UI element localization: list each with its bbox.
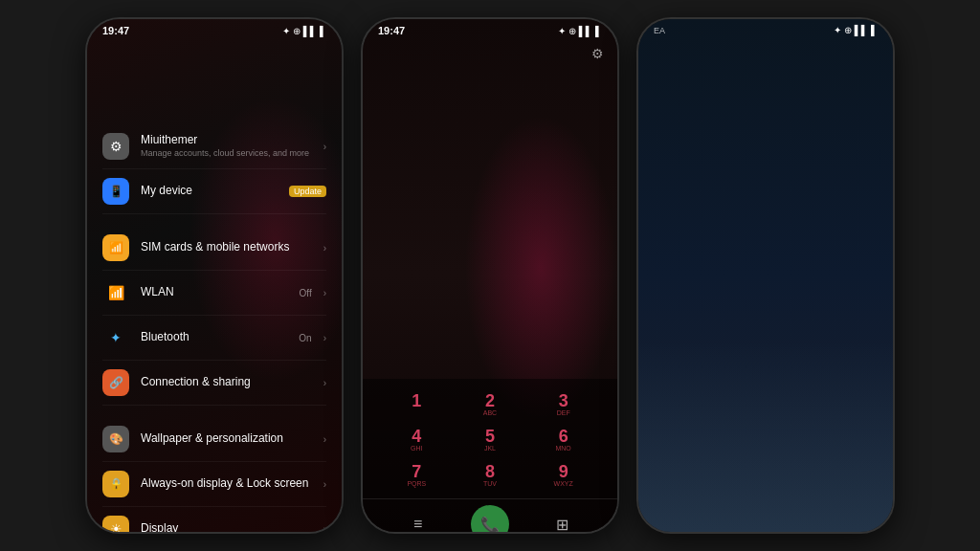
chevron-icon-5: › [323, 378, 326, 388]
display-icon: ☀ [102, 516, 129, 532]
status-icons-2: ✦ ⊕ ▌▌ ▌ [558, 26, 602, 36]
connection-label: Connection & sharing [141, 375, 312, 390]
alwayson-icon: 🔒 [102, 471, 129, 497]
sim-label: SIM cards & mobile networks [141, 240, 312, 255]
update-badge: Update [289, 186, 326, 197]
dial-key-9[interactable]: 9WXYZ [528, 459, 598, 491]
mydevice-label: My device [141, 184, 278, 199]
phone-settings: 19:47 ✦ ⊕ ▌▌ ▌ Settings 🔍 Search setting… [85, 17, 344, 534]
status-icons-3: ✦ ⊕ ▌▌ ▌ [834, 25, 878, 35]
wlan-value: Off [300, 288, 312, 298]
phone-recents: 19:47 ✦ ⊕ ▌▌ ▌ ⚙ Recents Contacts Carrie… [361, 17, 619, 534]
chevron-icon-2: › [323, 243, 326, 253]
sim-icon: 📶 [102, 234, 129, 261]
status-bar-2: 19:47 ✦ ⊕ ▌▌ ▌ [363, 19, 617, 40]
chevron-icon-3: › [323, 288, 326, 298]
bluetooth-label: Bluetooth [141, 330, 287, 345]
settings-item-alwayson[interactable]: 🔒 Always-on display & Lock screen › [102, 462, 326, 507]
cc-bg [638, 19, 893, 532]
settings-item-miuithemer[interactable]: ⚙ Miuithemer Manage accounts, cloud serv… [102, 124, 326, 169]
status-time-2: 19:47 [378, 25, 405, 36]
signal-icon-2: ⊕ [568, 26, 576, 36]
settings-item-wallpaper[interactable]: 🎨 Wallpaper & personalization › [102, 417, 326, 462]
phone-settings-icon[interactable]: ⚙ [591, 46, 604, 61]
mydevice-icon: 📱 [102, 178, 129, 205]
bt-icon-3: ✦ [834, 25, 841, 35]
settings-item-sim[interactable]: 📶 SIM cards & mobile networks › [102, 226, 326, 271]
cc-screen: EA ✦ ⊕ ▌▌ ▌ 19:47 Sunday, November 20 🔔 … [638, 19, 893, 532]
miuithemer-icon: ⚙ [102, 133, 129, 160]
miuithemer-label: Miuithemer Manage accounts, cloud servic… [141, 133, 312, 159]
wallpaper-icon: 🎨 [102, 426, 129, 452]
wlan-label: WLAN [141, 285, 288, 300]
bt-icon-2: ✦ [558, 26, 566, 36]
recents-screen: 19:47 ✦ ⊕ ▌▌ ▌ ⚙ Recents Contacts Carrie… [363, 19, 617, 532]
phone-nav: ≡ 📞 ⊞ [363, 498, 617, 532]
display-label: Display [141, 521, 312, 532]
chevron-icon-6: › [323, 434, 326, 445]
dial-key-3[interactable]: 3DEF [528, 388, 598, 420]
wallpaper-label: Wallpaper & personalization [141, 431, 312, 447]
wifi-icon-status: ▌▌ [303, 26, 317, 36]
wlan-icon: 📶 [102, 279, 129, 306]
status-bar-1: 19:47 ✦ ⊕ ▌▌ ▌ [87, 19, 342, 40]
battery-icon-2: ▌ [595, 26, 602, 36]
settings-screen: 19:47 ✦ ⊕ ▌▌ ▌ Settings 🔍 Search setting… [87, 19, 342, 532]
dial-key-1[interactable]: 1 [382, 388, 452, 420]
signal-icon-3: ⊕ [844, 25, 852, 35]
connection-icon: 🔗 [102, 369, 129, 396]
battery-icon-1: ▌ [320, 26, 326, 36]
dialpad-grid: 1 2ABC 3DEF 4GHI 5JKL 6MNO 7PQRS 8TUV 9W… [363, 379, 617, 498]
bluetooth-icon-settings: ✦ [102, 324, 129, 351]
settings-item-connection[interactable]: 🔗 Connection & sharing › [102, 361, 326, 406]
dial-key-7[interactable]: 7PQRS [382, 459, 452, 491]
status-bar-3: EA ✦ ⊕ ▌▌ ▌ [638, 19, 893, 39]
dialpad-grid-btn[interactable]: ⊞ [543, 505, 581, 532]
settings-item-display[interactable]: ☀ Display › [102, 507, 326, 532]
dial-key-5[interactable]: 5JKL [456, 424, 525, 455]
chevron-icon-7: › [323, 479, 326, 490]
settings-item-bluetooth[interactable]: ✦ Bluetooth On › [102, 316, 326, 361]
call-button[interactable]: 📞 [471, 505, 509, 532]
bluetooth-status-icon: ✦ [282, 26, 290, 36]
dialpad-area: 1 2ABC 3DEF 4GHI 5JKL 6MNO 7PQRS 8TUV 9W… [363, 379, 617, 532]
chevron-icon-0: › [323, 142, 326, 152]
settings-item-wlan[interactable]: 📶 WLAN Off › [102, 271, 326, 316]
dialpad-menu-btn[interactable]: ≡ [399, 505, 437, 532]
bluetooth-value: On [299, 333, 311, 343]
signal-icon: ⊕ [293, 26, 301, 36]
dial-key-4[interactable]: 4GHI [382, 424, 452, 455]
wifi-icon-3: ▌▌ [855, 25, 868, 35]
wifi-icon-2: ▌▌ [579, 26, 592, 36]
status-time-1: 19:47 [102, 25, 129, 36]
settings-list: ⚙ Miuithemer Manage accounts, cloud serv… [87, 124, 342, 532]
dial-key-6[interactable]: 6MNO [528, 424, 598, 455]
phone-control-center: EA ✦ ⊕ ▌▌ ▌ 19:47 Sunday, November 20 🔔 … [636, 17, 895, 534]
status-ea: EA [654, 26, 665, 35]
settings-item-mydevice[interactable]: 📱 My device Update [102, 169, 326, 214]
dial-key-2[interactable]: 2ABC [456, 388, 525, 420]
alwayson-label: Always-on display & Lock screen [141, 476, 312, 492]
chevron-icon-4: › [323, 333, 326, 343]
battery-icon-3: ▌ [871, 25, 878, 35]
dial-key-8[interactable]: 8TUV [456, 459, 525, 491]
chevron-icon-8: › [323, 524, 326, 533]
status-icons-1: ✦ ⊕ ▌▌ ▌ [282, 26, 326, 36]
